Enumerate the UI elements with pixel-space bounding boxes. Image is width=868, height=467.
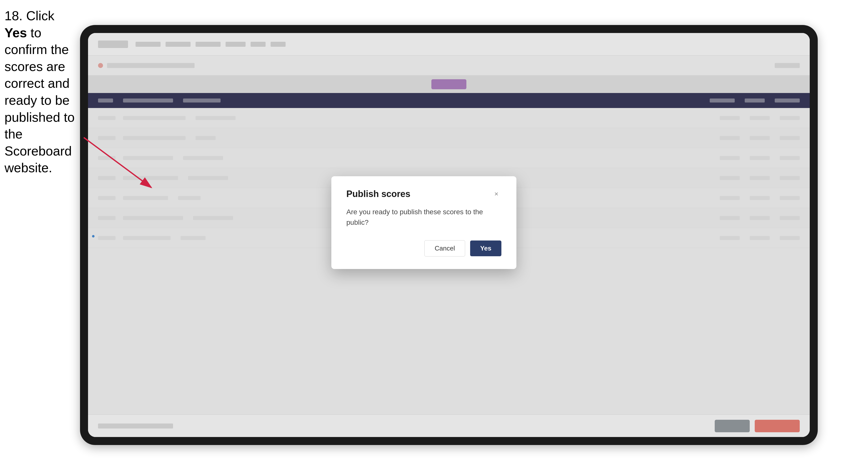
bold-yes: Yes — [4, 26, 27, 40]
yes-button[interactable]: Yes — [470, 241, 501, 256]
dialog-overlay: Publish scores × Are you ready to publis… — [88, 33, 810, 437]
dialog-close-button[interactable]: × — [491, 189, 501, 199]
tablet-screen: Publish scores × Are you ready to publis… — [88, 33, 810, 437]
cancel-button[interactable]: Cancel — [424, 240, 465, 256]
tablet-frame: Publish scores × Are you ready to publis… — [80, 25, 818, 445]
step-number: 18. — [4, 8, 23, 23]
publish-dialog: Publish scores × Are you ready to publis… — [331, 176, 517, 269]
instruction-text: 18. Click Yes to confirm the scores are … — [4, 7, 77, 177]
dialog-body: Are you ready to publish these scores to… — [346, 207, 501, 228]
dialog-header: Publish scores × — [346, 189, 501, 199]
dialog-message: Are you ready to publish these scores to… — [346, 207, 501, 228]
dialog-title: Publish scores — [346, 189, 410, 199]
dialog-actions: Cancel Yes — [346, 240, 501, 256]
